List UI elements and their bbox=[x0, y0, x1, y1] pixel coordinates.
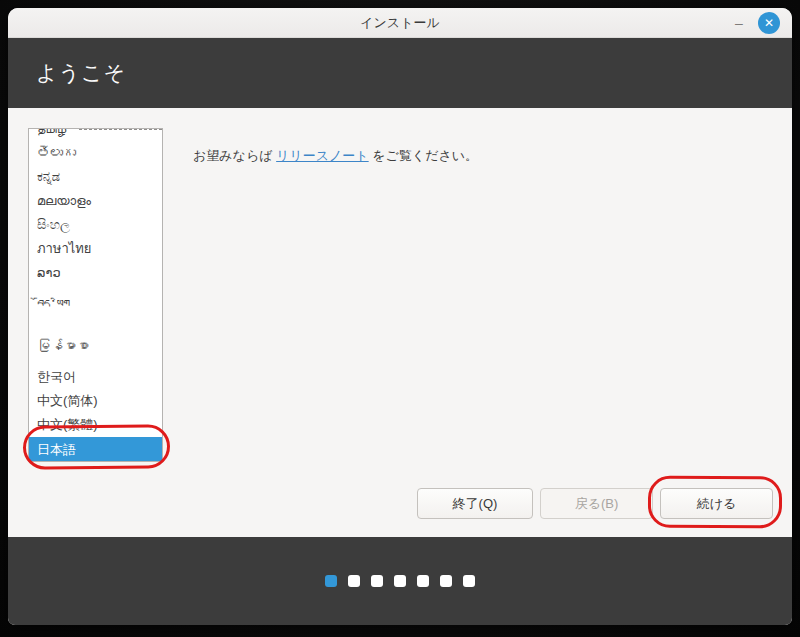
language-item[interactable]: ภาษาไทย bbox=[29, 237, 162, 261]
page-dot bbox=[463, 575, 475, 587]
language-list[interactable]: தமிழ்తెలుగుಕನ್ನಡമലയാളംසිංහලภาษาไทยລາວབོད… bbox=[28, 128, 163, 462]
language-item[interactable]: සිංහල bbox=[29, 213, 162, 237]
language-item[interactable]: ಕನ್ನಡ bbox=[29, 165, 162, 189]
minimize-button[interactable]: – bbox=[733, 18, 745, 28]
page-dot bbox=[417, 575, 429, 587]
language-item[interactable]: 中文(简体) bbox=[29, 389, 162, 413]
page-dot-active bbox=[325, 575, 337, 587]
release-note-suffix: をご覧ください。 bbox=[369, 148, 478, 163]
language-item[interactable]: 한국어 bbox=[29, 365, 162, 389]
page-dot bbox=[440, 575, 452, 587]
release-note-text: お望みならば リリースノート をご覧ください。 bbox=[193, 147, 478, 165]
continue-button[interactable]: 続ける bbox=[660, 488, 773, 519]
page-dot bbox=[371, 575, 383, 587]
language-item-selected[interactable]: 日本語 bbox=[29, 437, 162, 462]
close-icon: ✕ bbox=[764, 16, 774, 30]
back-button[interactable]: 戻る(B) bbox=[540, 488, 653, 519]
window-title: インストール bbox=[360, 14, 440, 32]
language-item[interactable]: བོད་ཡིག bbox=[29, 285, 162, 321]
language-item[interactable]: తెలుగు bbox=[29, 141, 162, 165]
release-note-prefix: お望みならば bbox=[193, 148, 276, 163]
content-area: தமிழ்తెలుగుಕನ್ನಡമലയാളംසිංහලภาษาไทยລາວབོད… bbox=[8, 108, 792, 537]
language-item[interactable]: မြန်မာစာ bbox=[29, 321, 162, 365]
quit-button[interactable]: 終了(Q) bbox=[417, 488, 533, 519]
language-item[interactable]: ລາວ bbox=[29, 261, 162, 285]
page-header: ようこそ bbox=[8, 38, 792, 108]
page-title: ようこそ bbox=[8, 59, 126, 87]
window-controls: – ✕ bbox=[733, 8, 780, 38]
footer bbox=[8, 537, 792, 625]
page-dot bbox=[394, 575, 406, 587]
close-button[interactable]: ✕ bbox=[758, 12, 780, 34]
page-dot bbox=[348, 575, 360, 587]
page-dots bbox=[325, 575, 475, 587]
titlebar: インストール – ✕ bbox=[8, 8, 792, 38]
language-item[interactable]: മലയാളം bbox=[29, 189, 162, 213]
focus-dash-line bbox=[79, 129, 162, 130]
release-notes-link[interactable]: リリースノート bbox=[276, 148, 369, 163]
language-item[interactable]: 中文(繁體) bbox=[29, 413, 162, 437]
installer-window: インストール – ✕ ようこそ தமிழ்తెలుగుಕನ್ನಡമലയാളംසි… bbox=[8, 8, 792, 625]
